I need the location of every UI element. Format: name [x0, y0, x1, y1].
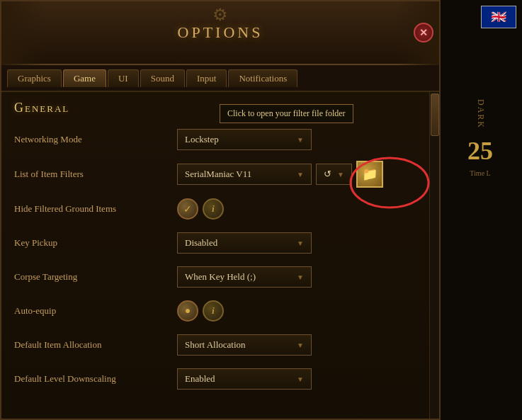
tab-bar: Graphics Game UI Sound Input Notificatio…	[1, 65, 439, 92]
auto-equip-info-button[interactable]: i	[203, 300, 224, 322]
right-panel-number: 25	[467, 136, 493, 166]
corpse-targeting-row: Corpse Targeting When Key Held (;) ▼	[14, 264, 426, 290]
right-sidebar: Dark 25 Time L	[437, 0, 522, 420]
corpse-targeting-label: Corpse Targeting	[14, 271, 177, 283]
right-panel-dark-label: Dark	[475, 99, 486, 129]
scrollbar[interactable]	[429, 92, 439, 419]
close-icon: ✕	[419, 27, 428, 39]
networking-mode-row: Networking Mode Lockstep ▼ Click to open…	[14, 127, 426, 152]
default-item-allocation-value: Short Allocation	[185, 339, 246, 351]
hide-filtered-label: Hide Filtered Ground Items	[14, 203, 177, 215]
tab-graphics[interactable]: Graphics	[7, 69, 62, 87]
gear-decoration-icon: ⚙	[212, 5, 228, 25]
open-filter-folder-button[interactable]: 📁	[356, 161, 383, 188]
auto-equip-row: Auto-equip ● i	[14, 298, 426, 324]
key-pickup-value: Disabled	[185, 237, 217, 249]
default-item-allocation-row: Default Item Allocation Short Allocation…	[14, 332, 426, 358]
default-item-allocation-dropdown[interactable]: Short Allocation ▼	[177, 334, 312, 356]
header-left-decoration	[1, 1, 44, 65]
language-flag[interactable]: 🇬🇧	[481, 6, 516, 28]
item-filters-row: List of Item Filters SerialManiac V11 ▼ …	[14, 161, 426, 188]
item-filters-secondary-dropdown[interactable]: ↺ ▼	[316, 164, 352, 185]
key-pickup-control: Disabled ▼	[177, 232, 312, 254]
settings-content: General Networking Mode Lockstep ▼ Click…	[1, 92, 439, 419]
networking-mode-dropdown[interactable]: Lockstep ▼	[177, 129, 312, 150]
default-item-allocation-arrow-icon: ▼	[297, 341, 304, 349]
default-level-downscaling-value: Enabled	[185, 373, 215, 385]
default-level-downscaling-control: Enabled ▼	[177, 368, 312, 390]
key-pickup-arrow-icon: ▼	[297, 239, 304, 247]
item-filters-label: List of Item Filters	[14, 169, 177, 180]
hide-filtered-row: Hide Filtered Ground Items ✓ i	[14, 196, 426, 222]
right-panel-time-label: Time L	[470, 169, 490, 177]
tab-ui[interactable]: UI	[108, 69, 139, 87]
key-pickup-dropdown[interactable]: Disabled ▼	[177, 232, 312, 254]
corpse-targeting-dropdown[interactable]: When Key Held (;) ▼	[177, 266, 312, 288]
header: ⚙ Options ✕	[1, 1, 439, 65]
default-level-downscaling-arrow-icon: ▼	[297, 375, 304, 383]
close-button[interactable]: ✕	[414, 23, 433, 42]
networking-mode-arrow-icon: ▼	[297, 136, 304, 144]
auto-equip-control: ● i	[177, 300, 224, 322]
default-level-downscaling-label: Default Level Downscaling	[14, 373, 177, 385]
item-filters-arrow-icon: ▼	[297, 171, 304, 178]
item-filters-value: SerialManiac V11	[185, 169, 251, 180]
info-icon: i	[212, 204, 214, 215]
default-level-downscaling-dropdown[interactable]: Enabled ▼	[177, 368, 312, 390]
item-filters-control: SerialManiac V11 ▼ ↺ ▼ 📁	[177, 161, 383, 188]
tab-game[interactable]: Game	[63, 69, 106, 87]
tab-sound[interactable]: Sound	[140, 69, 185, 87]
auto-equip-toggle-icon: ●	[185, 305, 191, 317]
hide-filtered-info-button[interactable]: i	[203, 198, 224, 220]
default-level-downscaling-row: Default Level Downscaling Enabled ▼	[14, 366, 426, 392]
auto-equip-info-icon: i	[212, 306, 214, 317]
scrollbar-thumb[interactable]	[431, 93, 439, 136]
hide-filtered-control: ✓ i	[177, 198, 224, 220]
folder-icon: 📁	[362, 166, 378, 182]
corpse-targeting-control: When Key Held (;) ▼	[177, 266, 312, 288]
check-icon: ✓	[183, 203, 192, 215]
window-title: Options	[178, 23, 263, 42]
item-filters-dropdown[interactable]: SerialManiac V11 ▼	[177, 164, 312, 185]
corpse-targeting-arrow-icon: ▼	[297, 273, 304, 281]
options-panel: ⚙ Options ✕ Graphics Game UI Sound Input…	[0, 0, 441, 420]
tab-notifications[interactable]: Notifications	[228, 69, 297, 87]
default-item-allocation-control: Short Allocation ▼	[177, 334, 312, 356]
key-pickup-row: Key Pickup Disabled ▼	[14, 230, 426, 256]
key-pickup-label: Key Pickup	[14, 237, 177, 249]
section-title: General	[14, 101, 426, 115]
tab-input[interactable]: Input	[186, 69, 227, 87]
networking-mode-control: Lockstep ▼ Click to open your filter fil…	[177, 129, 312, 150]
auto-equip-toggle[interactable]: ●	[177, 300, 198, 322]
hide-filtered-toggle[interactable]: ✓	[177, 198, 198, 220]
networking-mode-label: Networking Mode	[14, 134, 177, 145]
corpse-targeting-value: When Key Held (;)	[185, 271, 256, 283]
secondary-arrow-icon: ▼	[337, 171, 344, 178]
default-item-allocation-label: Default Item Allocation	[14, 339, 177, 351]
refresh-icon: ↺	[324, 169, 331, 180]
auto-equip-label: Auto-equip	[14, 305, 177, 317]
networking-mode-value: Lockstep	[185, 134, 219, 145]
